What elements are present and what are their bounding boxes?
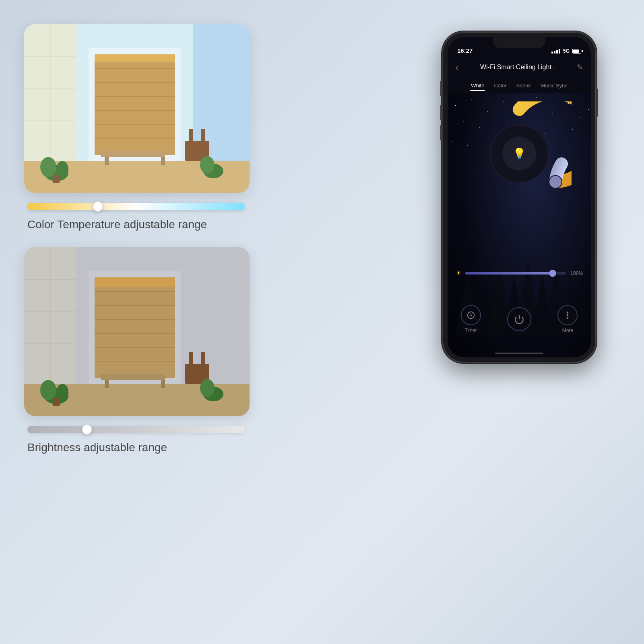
caption-brightness: Brightness adjustable range <box>27 441 258 454</box>
svg-rect-54 <box>189 352 193 366</box>
app-header: ‹ Wi-Fi Smart Ceiling Light . ✎ <box>448 57 591 77</box>
signal-bar-4 <box>559 49 560 54</box>
svg-point-67 <box>536 97 537 98</box>
timer-icon[interactable] <box>461 305 481 325</box>
room-image-2 <box>24 247 250 416</box>
svg-point-71 <box>463 121 464 122</box>
svg-point-101 <box>549 175 562 188</box>
svg-rect-50 <box>101 374 165 380</box>
svg-rect-21 <box>105 157 109 165</box>
svg-point-57 <box>40 380 56 400</box>
svg-rect-11 <box>95 54 175 155</box>
svg-rect-18 <box>95 54 175 62</box>
svg-point-27 <box>40 157 56 177</box>
svg-point-73 <box>572 129 573 130</box>
brightness-slider-container <box>24 426 258 433</box>
svg-text:💡: 💡 <box>513 147 526 160</box>
svg-point-104 <box>567 312 568 313</box>
back-button[interactable]: ‹ <box>456 63 458 72</box>
svg-point-106 <box>567 317 568 318</box>
timer-control[interactable]: Timer <box>461 305 481 333</box>
svg-rect-55 <box>201 352 205 366</box>
left-section: Color Temperature adjustable range <box>24 24 258 470</box>
color-temp-slider-thumb[interactable] <box>93 201 103 212</box>
svg-point-58 <box>56 384 68 400</box>
more-label: More <box>562 328 573 333</box>
svg-point-78 <box>451 141 452 142</box>
phone-screen: 16:27 5G ‹ Wi-Fi Smart Ce <box>448 37 591 357</box>
svg-rect-52 <box>161 380 165 388</box>
phone: 16:27 5G ‹ Wi-Fi Smart Ce <box>443 32 596 362</box>
phone-slider-row: ☀ 100% <box>456 269 583 277</box>
svg-rect-29 <box>53 175 60 183</box>
svg-point-70 <box>580 117 581 118</box>
svg-point-105 <box>567 315 568 316</box>
brightness-slider-track[interactable] <box>27 426 245 433</box>
svg-point-77 <box>588 109 589 110</box>
signal-bar-1 <box>551 52 553 54</box>
circular-control[interactable]: 💡 <box>467 101 572 206</box>
color-temp-slider-track[interactable] <box>27 203 245 210</box>
signal-bar-3 <box>556 50 558 54</box>
phone-slider-thumb[interactable] <box>549 270 556 277</box>
svg-rect-20 <box>101 151 165 157</box>
edit-button[interactable]: ✎ <box>577 63 583 72</box>
svg-rect-51 <box>105 380 109 388</box>
battery-fill <box>573 50 579 53</box>
tab-white[interactable]: White <box>470 81 485 90</box>
more-control[interactable]: More <box>557 305 578 333</box>
phone-brightness-slider[interactable]: ☀ 100% <box>456 269 583 277</box>
svg-point-31 <box>200 156 215 174</box>
power-button[interactable] <box>507 307 531 331</box>
svg-rect-59 <box>53 398 60 406</box>
screen-content: 💡 <box>448 93 591 357</box>
signal-bar-2 <box>554 51 555 54</box>
room-image-1 <box>24 24 250 193</box>
tab-scene[interactable]: Scene <box>515 81 532 90</box>
svg-rect-24 <box>189 129 193 143</box>
app-tabs: White Color Scene Music Sync <box>448 77 591 93</box>
phone-container: 16:27 5G ‹ Wi-Fi Smart Ce <box>443 32 612 362</box>
brightness-slider-thumb[interactable] <box>82 424 92 435</box>
status-time: 16:27 <box>457 47 473 54</box>
tab-color[interactable]: Color <box>493 81 507 90</box>
brightness-value: 100% <box>570 270 583 276</box>
svg-point-62 <box>455 105 456 106</box>
phone-notch <box>493 37 545 48</box>
battery-icon <box>572 49 581 54</box>
status-icons: 5G <box>551 48 581 54</box>
signal-bars <box>551 49 560 54</box>
phone-slider-fill <box>465 272 551 275</box>
caption-color-temp: Color Temperature adjustable range <box>27 218 258 231</box>
svg-rect-22 <box>161 157 165 165</box>
brightness-icon: ☀ <box>456 269 461 277</box>
control-svg: 💡 <box>467 101 572 206</box>
color-temp-slider-container <box>24 203 258 210</box>
app-title: Wi-Fi Smart Ceiling Light . <box>480 64 555 71</box>
phone-slider-track[interactable] <box>465 272 566 275</box>
more-icon[interactable] <box>557 305 578 325</box>
svg-rect-41 <box>95 277 175 378</box>
svg-point-63 <box>471 99 472 100</box>
timer-label: Timer <box>465 328 477 333</box>
svg-rect-48 <box>95 277 175 287</box>
svg-rect-25 <box>201 129 205 143</box>
tab-music-sync[interactable]: Music Sync <box>540 81 568 90</box>
home-indicator <box>495 353 543 354</box>
phone-bottom-controls: Timer <box>448 305 591 333</box>
svg-point-61 <box>200 379 215 397</box>
signal-5g-label: 5G <box>563 48 570 54</box>
svg-point-28 <box>56 161 68 177</box>
power-control[interactable] <box>507 307 531 331</box>
